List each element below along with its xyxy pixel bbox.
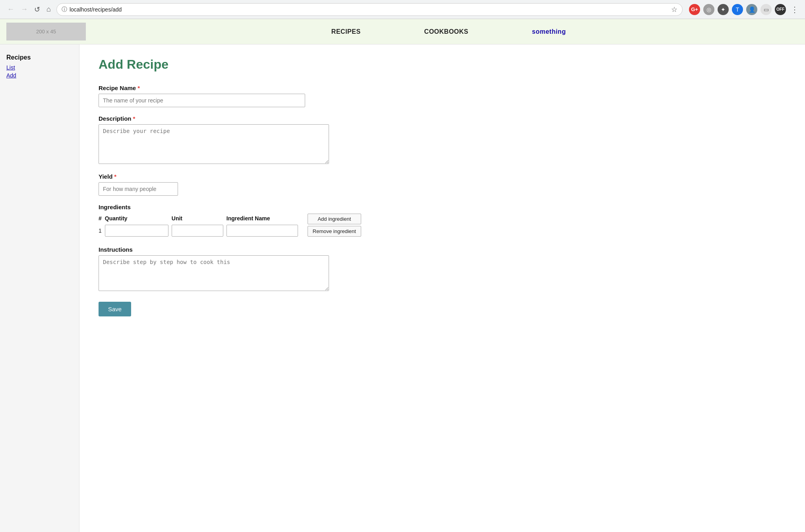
ingredient-number: 1 <box>99 223 105 238</box>
nav-buttons: ← → ↺ ⌂ <box>5 4 53 15</box>
address-bar[interactable]: ⓘ ☆ <box>56 3 683 16</box>
unit-cell <box>172 223 226 238</box>
add-ingredient-button[interactable]: Add ingredient <box>308 214 361 224</box>
quantity-input[interactable] <box>105 225 168 237</box>
description-label: Description* <box>99 115 377 122</box>
nav-link-recipes[interactable]: RECIPES <box>300 28 393 35</box>
url-input[interactable] <box>70 6 667 13</box>
sidebar-link-list[interactable]: List <box>6 64 73 71</box>
translate-icon[interactable]: T <box>732 4 743 15</box>
logo-placeholder: 200 x 45 <box>6 23 86 40</box>
nav-link-cookbooks[interactable]: COOKBOOKS <box>393 28 500 35</box>
add-recipe-form: Recipe Name* Description* Yield* <box>99 85 377 316</box>
back-button[interactable]: ← <box>5 4 17 15</box>
instructions-textarea[interactable] <box>99 255 329 291</box>
nav-links: RECIPES COOKBOOKS something <box>92 28 805 35</box>
ingredient-name-input[interactable] <box>226 225 298 237</box>
star-icon[interactable]: ☆ <box>671 5 677 14</box>
yield-group: Yield* <box>99 173 377 196</box>
recipe-name-label: Recipe Name* <box>99 85 377 91</box>
ingredients-header-row: # Quantity Unit Ingredient Name <box>99 214 301 223</box>
recipe-name-group: Recipe Name* <box>99 85 377 107</box>
ingredient-buttons: Add ingredient Remove ingredient <box>301 214 361 237</box>
quantity-cell <box>105 223 172 238</box>
col-ingredient-name: Ingredient Name <box>226 214 301 223</box>
circle-icon[interactable]: ◎ <box>703 4 714 15</box>
yield-input[interactable] <box>99 182 178 196</box>
page-wrapper: 200 x 45 RECIPES COOKBOOKS something Rec… <box>0 19 805 532</box>
unit-input[interactable] <box>172 225 223 237</box>
ingredient-name-cell <box>226 223 301 238</box>
required-star-desc: * <box>133 115 135 122</box>
home-button[interactable]: ⌂ <box>44 4 53 15</box>
col-hash: # <box>99 214 105 223</box>
menu-button[interactable]: ⋮ <box>789 3 800 16</box>
refresh-button[interactable]: ↺ <box>32 4 43 15</box>
description-textarea[interactable] <box>99 124 329 164</box>
ingredients-title: Ingredients <box>99 204 377 210</box>
yield-label: Yield* <box>99 173 377 180</box>
col-unit: Unit <box>172 214 226 223</box>
content-wrapper: Recipes List Add Add Recipe Recipe Name*… <box>0 44 805 532</box>
browser-chrome: ← → ↺ ⌂ ⓘ ☆ G+ ◎ ✦ T 👤 ▭ OFF ⋮ <box>0 0 805 19</box>
remove-ingredient-button[interactable]: Remove ingredient <box>308 226 361 237</box>
extension-icon[interactable]: ✦ <box>718 4 729 15</box>
info-icon: ⓘ <box>62 6 67 13</box>
nav-link-something[interactable]: something <box>500 28 598 35</box>
google-plus-icon[interactable]: G+ <box>689 4 700 15</box>
ingredient-row: 1 <box>99 223 301 238</box>
sidebar-title: Recipes <box>6 54 73 61</box>
sidebar-link-add[interactable]: Add <box>6 72 73 79</box>
save-button[interactable]: Save <box>99 302 131 316</box>
ingredients-section: Ingredients # Quantity Unit Ingredient N… <box>99 204 377 238</box>
description-group: Description* <box>99 115 377 165</box>
required-star-yield: * <box>114 173 116 180</box>
toolbar-icons: G+ ◎ ✦ T 👤 ▭ OFF ⋮ <box>689 3 800 16</box>
instructions-label: Instructions <box>99 246 377 253</box>
ingredients-table: # Quantity Unit Ingredient Name 1 <box>99 214 301 238</box>
cast-icon[interactable]: ▭ <box>760 4 772 15</box>
col-quantity: Quantity <box>105 214 172 223</box>
sidebar: Recipes List Add <box>0 44 79 532</box>
recipe-name-input[interactable] <box>99 94 305 107</box>
page-title: Add Recipe <box>99 57 786 72</box>
top-nav: 200 x 45 RECIPES COOKBOOKS something <box>0 19 805 44</box>
person-icon[interactable]: 👤 <box>746 4 757 15</box>
instructions-section: Instructions <box>99 246 377 292</box>
main-content: Add Recipe Recipe Name* Description* <box>79 44 805 532</box>
forward-button[interactable]: → <box>18 4 30 15</box>
toggle-icon[interactable]: OFF <box>775 4 786 15</box>
required-star: * <box>137 85 140 91</box>
